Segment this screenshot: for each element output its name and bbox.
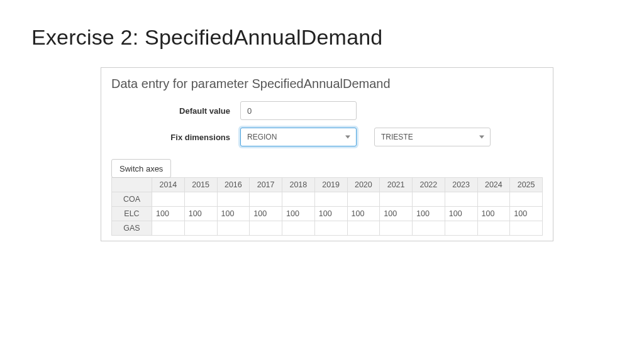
table-cell[interactable] — [510, 192, 543, 207]
fix-dimensions-row: Fix dimensions REGION TRIESTE — [111, 128, 543, 146]
table-cell[interactable] — [314, 192, 347, 207]
page-title: Exercise 2: SpecifiedAnnualDemand — [31, 25, 613, 50]
table-cell[interactable]: 100 — [347, 207, 380, 221]
table-cell[interactable] — [314, 221, 347, 236]
table-cell[interactable] — [413, 192, 445, 207]
table-cell[interactable]: 100 — [152, 207, 185, 221]
table-cell[interactable] — [282, 221, 315, 236]
col-header: 2024 — [477, 178, 510, 192]
table-cell[interactable] — [413, 221, 445, 236]
col-header: 2023 — [445, 178, 477, 192]
table-cell[interactable] — [445, 192, 477, 207]
table-cell[interactable] — [477, 221, 510, 236]
dimension-select-1[interactable]: REGION — [240, 128, 357, 146]
dimension-select-2-value: TRIESTE — [381, 133, 413, 141]
table-cell[interactable]: 100 — [217, 207, 250, 221]
table-cell[interactable]: 100 — [445, 207, 477, 221]
table-cell[interactable] — [477, 192, 510, 207]
col-header: 2020 — [347, 178, 380, 192]
table-cell[interactable]: 100 — [477, 207, 510, 221]
dimension-select-2[interactable]: TRIESTE — [374, 128, 491, 146]
col-header: 2014 — [152, 178, 185, 192]
dimension-select-1-value: REGION — [247, 133, 277, 141]
table-cell[interactable] — [445, 221, 477, 236]
row-header: GAS — [112, 221, 152, 236]
table-cell[interactable] — [217, 192, 250, 207]
table-corner — [112, 178, 152, 192]
col-header: 2018 — [282, 178, 315, 192]
table-row: ELC100100100100100100100100100100100100 — [112, 207, 543, 221]
col-header: 2021 — [380, 178, 413, 192]
col-header: 2025 — [510, 178, 543, 192]
default-value-label: Default value — [111, 106, 240, 116]
table-cell[interactable] — [510, 221, 543, 236]
table-cell[interactable]: 100 — [184, 207, 217, 221]
table-cell[interactable] — [184, 192, 217, 207]
col-header: 2022 — [413, 178, 445, 192]
panel-heading: Data entry for parameter SpecifiedAnnual… — [111, 77, 543, 91]
table-cell[interactable] — [152, 221, 185, 236]
table-cell[interactable] — [347, 192, 380, 207]
default-value-row: Default value — [111, 101, 543, 120]
col-header: 2017 — [250, 178, 282, 192]
table-row: COA — [112, 192, 543, 207]
default-value-input[interactable] — [240, 101, 357, 120]
data-entry-panel: Data entry for parameter SpecifiedAnnual… — [101, 67, 553, 241]
table-cell[interactable] — [184, 221, 217, 236]
table-cell[interactable]: 100 — [314, 207, 347, 221]
table-cell[interactable] — [250, 221, 282, 236]
table-cell[interactable] — [152, 192, 185, 207]
data-table: 2014201520162017201820192020202120222023… — [111, 177, 543, 236]
col-header: 2016 — [217, 178, 250, 192]
table-row: GAS — [112, 221, 543, 236]
row-header: ELC — [112, 207, 152, 221]
fix-dimensions-label: Fix dimensions — [111, 133, 240, 142]
table-cell[interactable]: 100 — [413, 207, 445, 221]
table-cell[interactable] — [282, 192, 315, 207]
row-header: COA — [112, 192, 152, 207]
table-cell[interactable] — [250, 192, 282, 207]
col-header: 2019 — [314, 178, 347, 192]
col-header: 2015 — [184, 178, 217, 192]
table-cell[interactable]: 100 — [380, 207, 413, 221]
table-cell[interactable]: 100 — [510, 207, 543, 221]
table-cell[interactable] — [380, 221, 413, 236]
table-cell[interactable] — [217, 221, 250, 236]
table-cell[interactable] — [380, 192, 413, 207]
table-cell[interactable]: 100 — [282, 207, 315, 221]
table-cell[interactable]: 100 — [250, 207, 282, 221]
table-cell[interactable] — [347, 221, 380, 236]
switch-axes-button[interactable]: Switch axes — [111, 159, 171, 178]
